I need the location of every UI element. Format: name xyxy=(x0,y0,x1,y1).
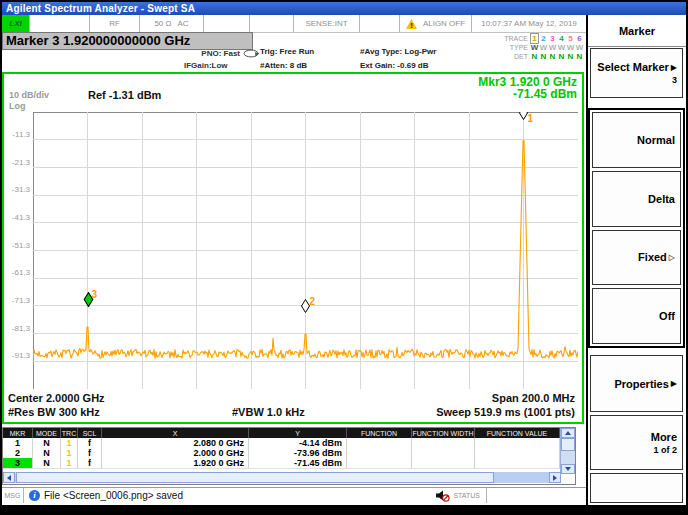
y-axis-label: -31.3 xyxy=(4,185,30,194)
scroll-left-button[interactable] xyxy=(3,472,15,483)
scroll-down-button[interactable] xyxy=(561,464,575,474)
ref-level-label: Ref -1.31 dBm xyxy=(88,89,161,101)
res-bw-label: #Res BW 300 kHz xyxy=(8,406,100,418)
header-y: Y xyxy=(249,428,347,438)
header-trc: TRC xyxy=(61,428,78,438)
avg-type-annotation: #Avg Type: Log-Pwr xyxy=(360,47,436,56)
marker-table-row-2[interactable]: 2 N 1 f 2.000 0 GHz -73.96 dBm xyxy=(3,448,575,458)
clock: 10:07:37 AM May 12, 2019 xyxy=(472,15,586,32)
vbw-label: #VBW 1.0 kHz xyxy=(232,406,305,418)
message-bar: MSG i File <Screen_0006.png> saved STATU… xyxy=(2,487,586,503)
trace-6[interactable]: 6 xyxy=(575,34,584,43)
instrument-window: Agilent Spectrum Analyzer - Swept SA LXI… xyxy=(0,0,688,515)
det-1: N xyxy=(530,52,539,61)
properties-button[interactable]: Properties▶ xyxy=(590,355,683,412)
scroll-track[interactable] xyxy=(494,472,549,483)
fixed-button[interactable]: Fixed▷ xyxy=(592,230,681,286)
header-x: X xyxy=(102,428,249,438)
menu-title: Marker xyxy=(588,15,686,47)
trig-annotation: Trig: Free Run xyxy=(260,47,314,56)
status-spacer-1 xyxy=(30,15,90,32)
sweep-label: Sweep 519.9 ms (1001 pts) xyxy=(436,406,575,418)
graticule: 1 2 3 xyxy=(33,112,578,389)
horizontal-scroll-thumb[interactable] xyxy=(16,472,494,483)
pno-annotation: PNO: Fast xyxy=(184,49,240,58)
ifgain-annotation: IFGain:Low xyxy=(184,61,228,70)
det-4: N xyxy=(557,52,566,61)
right-arrow-icon xyxy=(553,475,557,481)
table-horizontal-scrollbar[interactable] xyxy=(3,472,561,483)
align-warning: ! ALIGN OFF xyxy=(400,15,472,32)
active-function-readout: Marker 3 1.920000000000 GHz xyxy=(2,32,253,50)
marker-table-row-3[interactable]: 3 N 1 f 1.920 0 GHz -71.45 dBm xyxy=(3,458,575,468)
marker-readout: Mkr3 1.920 0 GHz -71.45 dBm xyxy=(478,76,577,100)
type-5: W xyxy=(566,43,575,52)
grid-svg xyxy=(33,112,578,389)
type-6: W xyxy=(575,43,584,52)
submenu-arrow-icon: ▶ xyxy=(671,63,677,72)
status-strip: LXI RF 50 Ω AC SENSE:INT ! ALIGN OFF 10:… xyxy=(2,15,586,33)
y-axis-label: -41.3 xyxy=(4,213,30,222)
trace-row: TRACE 1 2 3 4 5 6 xyxy=(476,34,584,43)
span-label: Span 200.0 MHz xyxy=(492,392,575,404)
up-arrow-icon xyxy=(565,431,571,435)
trace-2[interactable]: 2 xyxy=(539,34,548,43)
blank-softkey xyxy=(590,473,683,503)
rf-indicator: RF xyxy=(90,15,140,32)
det-2: N xyxy=(539,52,548,61)
y-axis-label: -81.3 xyxy=(4,324,30,333)
trace-legend: TRACE 1 2 3 4 5 6 TYPE W W W W W W DET N… xyxy=(476,34,584,61)
more-page-indicator: 1 of 2 xyxy=(653,445,677,455)
off-button[interactable]: Off xyxy=(592,288,681,344)
table-vertical-scrollbar[interactable] xyxy=(560,428,575,474)
det-row: DET N N N N N N xyxy=(476,52,584,61)
det-5: N xyxy=(566,52,575,61)
scroll-up-button[interactable] xyxy=(561,428,575,438)
det-6: N xyxy=(575,52,584,61)
y-axis-label: -21.3 xyxy=(4,158,30,167)
ext-gain-annotation: Ext Gain: -0.69 dB xyxy=(360,61,428,70)
info-icon: i xyxy=(29,490,40,501)
y-axis-label: -61.3 xyxy=(4,268,30,277)
marker-table: MKR MODE TRC SCL X Y FUNCTION FUNCTION W… xyxy=(2,427,576,485)
select-marker-button[interactable]: Select Marker▶ 3 xyxy=(590,48,683,98)
left-arrow-icon xyxy=(7,475,11,481)
message-text: File <Screen_0006.png> saved xyxy=(44,490,183,501)
header-mkr: MKR xyxy=(3,428,33,438)
status-label: STATUS xyxy=(453,492,480,499)
atten-annotation: #Atten: 8 dB xyxy=(260,61,307,70)
trace-3[interactable]: 3 xyxy=(548,34,557,43)
title-bar: Agilent Spectrum Analyzer - Swept SA xyxy=(2,2,686,15)
header-function: FUNCTION xyxy=(347,428,412,438)
warning-icon: ! xyxy=(406,19,417,29)
vertical-scroll-thumb[interactable] xyxy=(561,438,575,451)
delta-button[interactable]: Delta xyxy=(592,171,681,227)
scroll-right-button[interactable] xyxy=(549,472,561,483)
svg-text:!: ! xyxy=(410,21,413,29)
display-area: Mkr3 1.920 0 GHz -71.45 dBm 10 dB/div Lo… xyxy=(2,72,584,424)
header-function-width: FUNCTION WIDTH xyxy=(412,428,475,438)
type-3: W xyxy=(548,43,557,52)
more-button[interactable]: More 1 of 2 xyxy=(590,415,683,470)
y-axis-label: -11.3 xyxy=(4,130,30,139)
y-axis-label: -71.3 xyxy=(4,296,30,305)
header-mode: MODE xyxy=(33,428,61,438)
type-1: W xyxy=(530,43,539,52)
lxi-indicator: LXI xyxy=(2,15,30,32)
marker-number: 3 xyxy=(92,290,98,300)
down-arrow-icon xyxy=(565,467,571,471)
trace-4[interactable]: 4 xyxy=(557,34,566,43)
coupling-value: AC xyxy=(177,19,188,28)
marker-table-row-1[interactable]: 1 N 1 f 2.080 0 GHz -4.14 dBm xyxy=(3,438,575,448)
y-axis-label: -91.3 xyxy=(4,351,30,360)
y-axis-label: -51.3 xyxy=(4,241,30,250)
pno-loop-icon xyxy=(243,49,260,60)
message-bar-end xyxy=(486,488,586,503)
status-spacer-3 xyxy=(250,15,294,32)
impedance-value: 50 Ω xyxy=(154,19,171,28)
window-title: Agilent Spectrum Analyzer - Swept SA xyxy=(6,3,195,14)
center-freq-label: Center 2.0000 GHz xyxy=(8,392,105,404)
normal-button[interactable]: Normal xyxy=(592,112,681,168)
trace-5[interactable]: 5 xyxy=(566,34,575,43)
marker-number: 1 xyxy=(528,114,534,124)
